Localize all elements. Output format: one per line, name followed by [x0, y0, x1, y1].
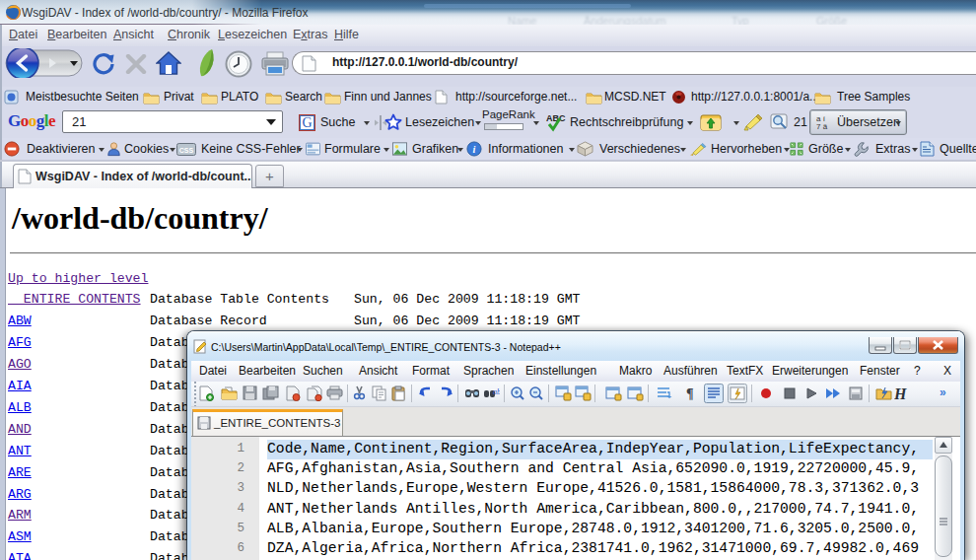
svg-text:CSS: CSS — [179, 147, 194, 154]
svg-text:ab: ab — [493, 387, 500, 396]
svg-text:i: i — [473, 144, 476, 155]
svg-text:»: » — [940, 385, 946, 399]
svg-text:G: G — [302, 115, 312, 130]
svg-text:H: H — [894, 385, 907, 401]
svg-text:7 ä: 7 ä — [816, 122, 828, 131]
svg-text:¶: ¶ — [686, 386, 694, 401]
